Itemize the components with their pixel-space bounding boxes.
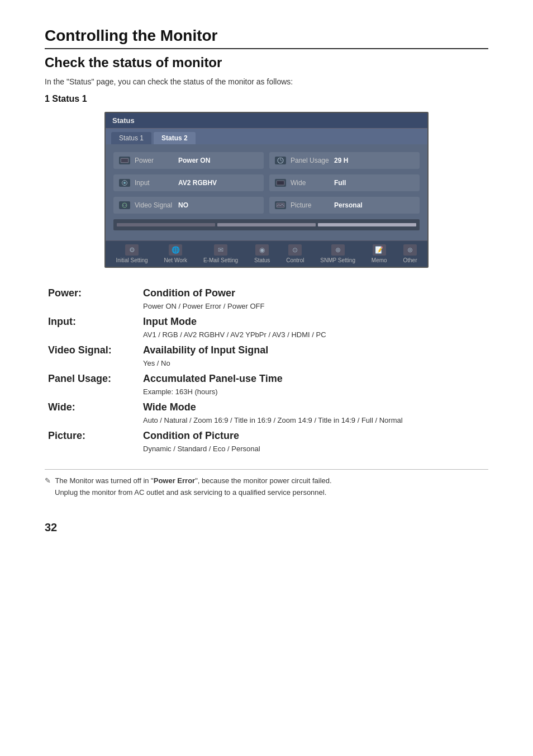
section-title: Check the status of monitor: [45, 55, 488, 70]
desc-title-input: Input Mode: [140, 313, 488, 330]
bottom-status[interactable]: ◉ Status: [254, 244, 270, 263]
input-value: AV2 RGBHV: [178, 179, 217, 187]
svg-point-8: [123, 205, 124, 206]
panel-label: Panel Usage: [291, 157, 330, 164]
bottom-email-setting[interactable]: ✉ E-Mail Setting: [203, 244, 238, 263]
desc-title-signal: Availability of Input Signal: [140, 342, 488, 359]
bottom-net-work[interactable]: 🌐 Net Work: [164, 244, 188, 263]
desc-detail-power: Power ON / Power Error / Power OFF: [140, 302, 488, 313]
signal-label: Video Signal: [135, 201, 174, 209]
picture-icon: [275, 201, 286, 209]
status-grid: Power Power ON Panel Usage 29 H: [113, 152, 420, 214]
page-number: 32: [45, 521, 488, 534]
status-item-power: Power Power ON: [113, 152, 264, 169]
monitor-ui-content: Power Power ON Panel Usage 29 H: [106, 144, 427, 240]
tab-status2[interactable]: Status 2: [154, 132, 196, 144]
panel-icon: [275, 157, 286, 164]
desc-title-wide: Wide Mode: [140, 399, 488, 416]
picture-value: Personal: [334, 201, 363, 209]
picture-label: Picture: [291, 201, 330, 209]
monitor-ui-tabs: Status 1 Status 2: [106, 129, 427, 144]
signal-bar-3: [318, 223, 416, 226]
desc-title-picture: Condition of Picture: [140, 427, 488, 445]
wide-label: Wide: [291, 179, 330, 187]
monitor-ui-header: Status: [106, 113, 427, 129]
status-item-picture: Picture Personal: [269, 197, 420, 214]
bottom-control[interactable]: ⊙ Control: [286, 244, 304, 263]
wide-value: Full: [334, 179, 346, 187]
control-icon: ⊙: [288, 244, 302, 256]
footnote-line2: Unplug the monitor from AC outlet and as…: [55, 488, 326, 497]
panel-value: 29 H: [334, 157, 348, 164]
desc-label-panel: Panel Usage:: [45, 370, 140, 388]
desc-label-wide: Wide:: [45, 399, 140, 416]
bottom-snmp[interactable]: ⊕ SNMP Setting: [320, 244, 355, 263]
bottom-initial-setting[interactable]: ⚙ Initial Setting: [116, 244, 147, 263]
monitor-bottom-bar: ⚙ Initial Setting 🌐 Net Work ✉ E-Mail Se…: [106, 240, 427, 267]
signal-icon: [119, 201, 130, 209]
svg-point-4: [123, 182, 126, 184]
desc-detail-signal: Yes / No: [140, 359, 488, 370]
main-title: Controlling the Monitor: [45, 27, 488, 49]
desc-label-power: Power:: [45, 285, 140, 302]
status-item-panel: Panel Usage 29 H: [269, 152, 420, 169]
svg-point-9: [125, 205, 126, 206]
email-setting-icon: ✉: [214, 244, 227, 256]
desc-title-power: Condition of Power: [140, 285, 488, 302]
status-item-input: Input AV2 RGBHV: [113, 174, 264, 191]
bottom-memo[interactable]: 📝 Memo: [372, 244, 387, 263]
status-icon: ◉: [255, 244, 269, 256]
descriptions-table: Power: Condition of Power Power ON / Pow…: [45, 285, 488, 456]
pencil-icon: ✎: [45, 476, 51, 485]
initial-setting-icon: ⚙: [125, 244, 139, 256]
signal-bar-1: [117, 223, 215, 226]
signal-bar-area: [113, 219, 420, 230]
svg-rect-6: [277, 181, 284, 185]
desc-label-signal: Video Signal:: [45, 342, 140, 359]
intro-text: In the "Status" page, you can check the …: [45, 77, 488, 86]
desc-detail-picture: Dynamic / Standard / Eco / Personal: [140, 445, 488, 456]
monitor-ui-screenshot: Status Status 1 Status 2 Power Power ON: [104, 112, 429, 268]
input-icon: [119, 179, 130, 187]
power-value: Power ON: [178, 157, 210, 164]
signal-value: NO: [178, 201, 188, 209]
desc-title-panel: Accumulated Panel-use Time: [140, 370, 488, 388]
subsection-title: 1 Status 1: [45, 94, 488, 104]
bottom-other[interactable]: ⊛ Other: [403, 244, 417, 263]
status-item-wide: Wide Full: [269, 174, 420, 191]
power-label: Power: [135, 157, 174, 164]
svg-point-7: [122, 203, 127, 207]
desc-detail-wide: Auto / Natural / Zoom 16:9 / Title in 16…: [140, 416, 488, 427]
wide-icon: [275, 179, 286, 187]
tab-status1[interactable]: Status 1: [111, 132, 151, 144]
signal-bar-2: [217, 223, 316, 226]
footnote-bold: Power Error: [154, 476, 195, 485]
power-icon: [119, 157, 130, 164]
memo-icon: 📝: [373, 244, 386, 256]
desc-detail-panel: Example: 163H (hours): [140, 388, 488, 399]
input-label: Input: [135, 179, 174, 187]
desc-label-input: Input:: [45, 313, 140, 330]
status-item-signal: Video Signal NO: [113, 197, 264, 214]
monitor-ui-header-title: Status: [112, 116, 135, 125]
desc-detail-input: AV1 / RGB / AV2 RGBHV / AV2 YPbPr / AV3 …: [140, 330, 488, 342]
footnote-section: ✎ The Monitor was turned off in "Power E…: [45, 469, 488, 504]
snmp-icon: ⊕: [331, 244, 345, 256]
other-icon: ⊛: [403, 244, 417, 256]
desc-label-picture: Picture:: [45, 427, 140, 445]
net-work-icon: 🌐: [169, 244, 182, 256]
footnote-text: ✎ The Monitor was turned off in "Power E…: [45, 475, 488, 499]
svg-rect-1: [121, 159, 128, 162]
